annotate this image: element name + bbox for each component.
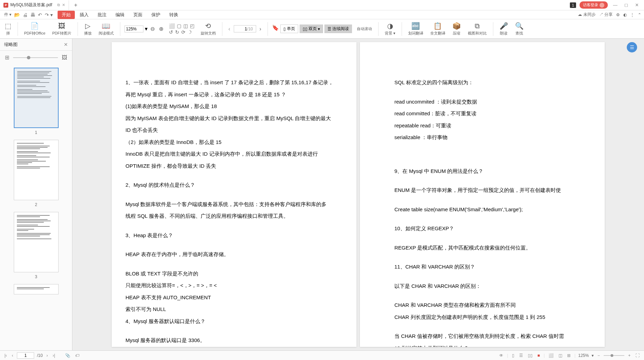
fullscreen-icon[interactable]: ⛶ bbox=[634, 353, 641, 358]
view-record-icon[interactable]: ■ bbox=[536, 353, 541, 358]
document-line bbox=[394, 235, 591, 242]
document-line bbox=[394, 323, 591, 330]
document-line: 以下是 CHAR 和 VARCHAR 的区别： bbox=[394, 280, 591, 292]
page-2: SQL 标准定义的四个隔离级别为： read uncommited ：读到未提交… bbox=[360, 42, 605, 347]
tab-edit[interactable]: 编辑 bbox=[111, 11, 129, 19]
document-line bbox=[125, 191, 343, 198]
save-icon[interactable]: 🖨 bbox=[23, 12, 28, 18]
tab-protect[interactable]: 保护 bbox=[147, 11, 164, 19]
share-button[interactable]: ↗ 分享 bbox=[599, 12, 613, 18]
rotate-doc[interactable]: ⟲ 旋转文档 bbox=[199, 22, 218, 36]
tab-page[interactable]: 页面 bbox=[129, 11, 147, 19]
crop-compare[interactable]: ⧉ 截图和对比 bbox=[466, 22, 489, 36]
zoom-in-status[interactable]: + bbox=[627, 353, 632, 358]
double-page-btn[interactable]: ▯▯ 双页 ▾ bbox=[300, 25, 323, 33]
fit-visible-icon[interactable]: ◰ bbox=[190, 23, 194, 29]
tab-insert[interactable]: 插入 bbox=[76, 11, 93, 19]
thumbnails-sidebar: 缩略图 ✕ ⊞ 🖼 1 bbox=[0, 39, 72, 350]
bookmark-icon[interactable]: 🔖 bbox=[272, 25, 279, 33]
thumb-page-1[interactable] bbox=[14, 68, 59, 128]
thumb-size-slider[interactable] bbox=[13, 57, 58, 58]
float-toolbar-button[interactable]: ☰ bbox=[627, 42, 637, 52]
zoom-input[interactable] bbox=[124, 26, 143, 32]
fit-page-icon[interactable]: ▢ bbox=[177, 23, 181, 29]
thumb-page-2[interactable] bbox=[14, 140, 59, 200]
fit-icon3[interactable]: ⊞ bbox=[566, 353, 572, 358]
annotation-icon[interactable]: 🏷 bbox=[74, 353, 80, 358]
view-double-icon[interactable]: ▯▯ bbox=[527, 353, 534, 358]
tab-annotate[interactable]: 批注 bbox=[93, 11, 111, 19]
first-page-icon[interactable]: |‹ bbox=[3, 353, 8, 358]
thumb-page-3[interactable] bbox=[14, 212, 59, 272]
next-page-icon[interactable]: › bbox=[258, 26, 263, 32]
attachment-icon[interactable]: 📎 bbox=[64, 353, 71, 358]
status-page-input[interactable] bbox=[17, 352, 34, 359]
prev-page-icon[interactable]: ‹ bbox=[11, 353, 14, 358]
settings-icon[interactable]: ⚙ bbox=[616, 12, 620, 17]
next-page-icon[interactable]: › bbox=[46, 353, 49, 358]
minimize-button[interactable]: — bbox=[611, 2, 619, 8]
thumbnail-item[interactable]: 3 bbox=[3, 212, 69, 279]
thumb-page-4[interactable] bbox=[14, 284, 59, 294]
actual-size-icon[interactable]: ◫ bbox=[183, 23, 188, 29]
crop-icon: ⧉ bbox=[475, 22, 480, 30]
continuous-btn[interactable]: ☰ 连续阅读 bbox=[324, 25, 352, 33]
prev-page-icon[interactable]: ‹ bbox=[227, 26, 232, 32]
open-icon[interactable]: 📂 bbox=[14, 12, 20, 18]
zoom-out-icon[interactable]: ⊖ bbox=[149, 26, 156, 32]
last-page-icon[interactable]: ›| bbox=[52, 353, 56, 358]
thumbnail-item[interactable]: 2 bbox=[3, 140, 69, 207]
select-tool[interactable]: ⬚ 择 bbox=[3, 22, 13, 36]
document-tab[interactable]: P MySQL55题及答案.pdf ⧉ ✕ bbox=[0, 0, 69, 10]
pdf-to-office[interactable]: 📄 PDF转Office bbox=[22, 22, 48, 36]
word-translate[interactable]: 🔤 划词翻译 bbox=[406, 22, 425, 36]
night-icon[interactable]: ☽ bbox=[188, 29, 192, 35]
full-translate[interactable]: 📋 全文翻译 bbox=[428, 22, 447, 36]
login-button[interactable]: 访客登录 bbox=[580, 1, 608, 9]
thumbnail-item[interactable]: 1 bbox=[3, 68, 69, 135]
find-tool[interactable]: 🔍 查找 bbox=[513, 22, 526, 36]
pdf-to-image[interactable]: 🖼 PDF转图片 bbox=[50, 22, 73, 36]
zoom-dropdown-icon[interactable]: ▾ bbox=[145, 26, 148, 32]
compress-tool[interactable]: 📦 压缩 bbox=[450, 22, 463, 36]
zoom-in-icon[interactable]: ⊕ bbox=[158, 26, 165, 32]
zoom-slider[interactable] bbox=[604, 355, 624, 356]
tab-convert[interactable]: 转换 bbox=[165, 11, 182, 19]
redo-icon[interactable]: ↷ ▾ bbox=[45, 12, 53, 18]
fit-width-icon[interactable]: ⬜ bbox=[169, 23, 175, 29]
fit-icon1[interactable]: ⬜ bbox=[547, 353, 555, 358]
maximize-button[interactable]: ◻ bbox=[623, 2, 630, 8]
zoom-out-status[interactable]: − bbox=[596, 353, 601, 358]
skin-icon[interactable]: ◐ bbox=[623, 12, 627, 17]
auto-scroll[interactable]: 自动滚动 bbox=[355, 26, 374, 31]
fit-icon2[interactable]: ◫ bbox=[557, 353, 563, 358]
rotate-right-icon[interactable]: ↻ bbox=[175, 29, 179, 35]
single-page-btn[interactable]: ▯ 单页 bbox=[280, 25, 298, 33]
sidebar-close-icon[interactable]: ✕ bbox=[64, 42, 68, 47]
page-input[interactable] bbox=[237, 26, 247, 31]
close-button[interactable]: ✕ bbox=[633, 2, 641, 8]
tab-close-icon[interactable]: ✕ bbox=[62, 3, 65, 7]
view-single-icon[interactable]: ▯ bbox=[511, 353, 515, 358]
new-tab-button[interactable]: + bbox=[69, 2, 82, 8]
eye-icon[interactable]: 👁 bbox=[498, 353, 504, 358]
read-aloud[interactable]: 🎤 朗读 bbox=[497, 22, 510, 36]
thumb-large-icon[interactable]: 🖼 bbox=[62, 55, 67, 61]
tab-restore-icon[interactable]: ⧉ bbox=[57, 3, 60, 7]
print-icon[interactable]: 🖶 bbox=[30, 12, 35, 18]
file-menu[interactable]: 件 ▾ bbox=[3, 12, 13, 18]
more-icon[interactable]: ⋮ bbox=[630, 12, 634, 17]
sync-status[interactable]: ☁ 未同步 bbox=[578, 12, 595, 18]
collapse-icon[interactable]: ⌃ bbox=[638, 12, 641, 17]
tab-start[interactable]: 开始 bbox=[58, 11, 75, 19]
reflow-icon[interactable]: ⟳ bbox=[181, 29, 185, 35]
thumb-grid-icon[interactable]: ⊞ bbox=[5, 54, 9, 61]
play-button[interactable]: ▷ 播放 bbox=[82, 22, 94, 36]
document-viewer[interactable]: ☰ 1、一张表，里面有 ID 自增主键，当 insert 了 17 条记录之后，… bbox=[72, 39, 644, 350]
thumbnail-item[interactable] bbox=[3, 284, 69, 294]
view-continuous-icon[interactable]: ☰ bbox=[518, 353, 524, 358]
background-tool[interactable]: ◑ 背景 ▾ bbox=[383, 22, 398, 36]
undo-icon[interactable]: ↶ bbox=[38, 12, 42, 18]
read-mode[interactable]: 📖 阅读模式 bbox=[97, 22, 116, 36]
rotate-left-icon[interactable]: ↺ bbox=[169, 29, 173, 35]
